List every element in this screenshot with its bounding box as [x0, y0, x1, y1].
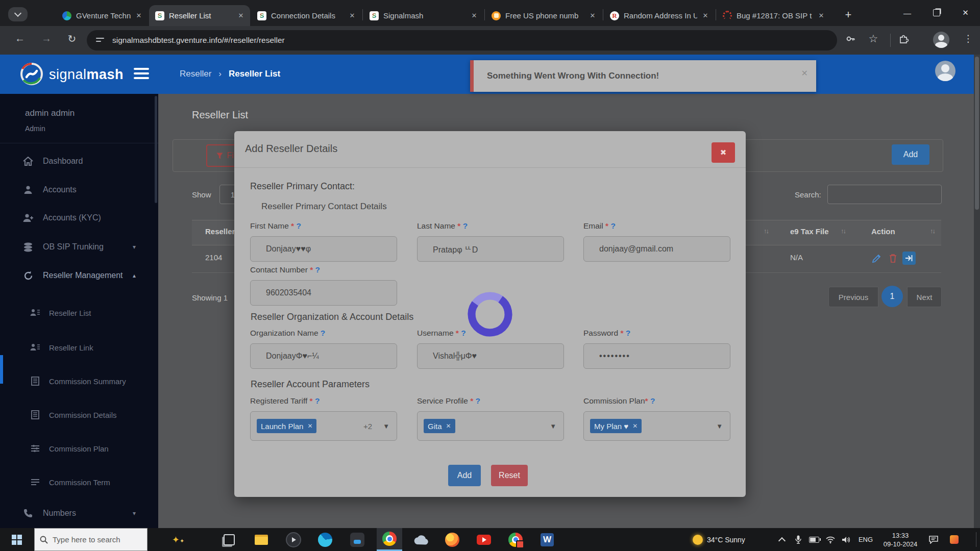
commission-chip[interactable]: My Plan ♥✕ — [590, 419, 642, 433]
delete-trash-icon[interactable] — [886, 252, 899, 265]
help-icon[interactable]: ? — [321, 329, 325, 337]
sort-icon[interactable]: ↑↓ — [930, 227, 935, 235]
tab-free-us-phone[interactable]: Free US phone numb ✕ — [485, 5, 602, 26]
help-icon[interactable]: ? — [626, 329, 630, 337]
service-chip[interactable]: Gita✕ — [424, 419, 455, 433]
tab-connection-details[interactable]: S Connection Details ✕ — [251, 5, 361, 26]
service-profile-select[interactable]: Gita✕ ▼ — [417, 411, 564, 441]
bookmark-star-icon[interactable]: ☆ — [866, 33, 881, 45]
taskbar-search-box[interactable]: Type here to search — [34, 528, 148, 551]
modal-close-button[interactable]: ✖ — [712, 142, 735, 163]
weather-text[interactable]: 34°C Sunny — [707, 528, 763, 551]
chip-remove-icon[interactable]: ✕ — [307, 422, 312, 430]
clock[interactable]: 13:3309-10-2024 — [879, 528, 922, 551]
tray-volume-icon[interactable] — [839, 528, 854, 551]
address-bar[interactable]: signalmashdbtest.gventure.info/#/reselle… — [87, 30, 837, 51]
sidebar-item-accounts[interactable]: Accounts — [0, 179, 158, 201]
column-header[interactable]: Action — [871, 227, 895, 236]
sidebar-item-ob-sip-trunking[interactable]: OB SIP Trunking ▾ — [0, 236, 158, 258]
password-key-icon[interactable] — [843, 34, 859, 46]
chip-remove-icon[interactable]: ✕ — [632, 422, 638, 430]
taskbar-chrome-active[interactable] — [377, 528, 402, 551]
tray-app-icon[interactable] — [945, 528, 963, 551]
sidebar-item-commission-plan[interactable]: Commission Plan — [0, 437, 158, 460]
taskbar-edge[interactable] — [313, 528, 337, 551]
user-avatar[interactable] — [935, 61, 955, 81]
sidebar-item-numbers[interactable]: Numbers ▾ — [0, 502, 158, 524]
tab-close-icon[interactable]: ✕ — [236, 11, 246, 21]
organization-name-input[interactable] — [250, 343, 397, 369]
commission-plan-select[interactable]: My Plan ♥✕ ▼ — [583, 411, 730, 441]
show-desktop-divider[interactable] — [976, 532, 976, 547]
browser-menu-icon[interactable]: ⋮ — [961, 33, 976, 44]
breadcrumb-parent[interactable]: Reseller — [180, 69, 211, 79]
taskbar-file-explorer[interactable] — [249, 528, 274, 551]
tab-close-icon[interactable]: ✕ — [816, 11, 826, 21]
site-settings-icon[interactable] — [96, 37, 105, 44]
contact-number-input[interactable] — [250, 280, 397, 306]
tray-mic-icon[interactable] — [791, 528, 805, 551]
sidebar-item-reseller-link[interactable]: Reseller Link — [0, 336, 158, 359]
table-search-input[interactable] — [827, 185, 942, 204]
taskbar-widgets-button[interactable]: ✦✦ — [166, 528, 190, 551]
taskbar-media-player[interactable] — [281, 528, 306, 551]
sidebar-item-accounts-kyc[interactable]: Accounts (KYC) — [0, 207, 158, 229]
taskbar-chrome-profile2[interactable] — [503, 528, 528, 551]
page-scrollbar[interactable] — [974, 55, 980, 528]
task-view-button[interactable] — [217, 528, 241, 551]
tab-bug-12817[interactable]: Bug #12817: OB SIP t ✕ — [717, 5, 830, 26]
taskbar-onedrive[interactable] — [408, 528, 433, 551]
window-restore-button[interactable] — [922, 0, 951, 26]
sidebar-item-reseller-management[interactable]: Reseller Management ▴ — [0, 264, 158, 287]
forward-button[interactable]: → — [39, 33, 54, 44]
help-icon[interactable]: ? — [315, 265, 320, 274]
sidebar-item-reseller-list[interactable]: Reseller List — [0, 302, 158, 324]
language-indicator[interactable]: ENG — [855, 528, 876, 551]
new-tab-button[interactable]: + — [840, 7, 857, 23]
column-header[interactable]: e9 Tax File — [790, 227, 829, 236]
last-name-input[interactable] — [417, 236, 564, 262]
tab-close-icon[interactable]: ✕ — [134, 11, 144, 21]
help-icon[interactable]: ? — [463, 221, 468, 230]
taskbar-camera-app[interactable] — [345, 528, 370, 551]
sidebar-item-commission-summary[interactable]: Commission Summary — [0, 370, 158, 392]
tray-battery-icon[interactable] — [806, 528, 822, 551]
reload-button[interactable]: ↻ — [64, 33, 80, 45]
window-close-button[interactable]: ✕ — [951, 0, 980, 26]
profile-avatar[interactable] — [933, 32, 949, 48]
modal-add-button[interactable]: Add — [448, 465, 481, 486]
tab-gventure[interactable]: GVenture Technology ✕ — [56, 5, 148, 26]
taskbar-firefox[interactable] — [440, 528, 464, 551]
tab-close-icon[interactable]: ✕ — [347, 11, 357, 21]
extensions-icon[interactable] — [896, 34, 912, 46]
pagination-next-button[interactable]: Next — [907, 287, 942, 307]
help-icon[interactable]: ? — [476, 396, 480, 405]
chip-remove-icon[interactable]: ✕ — [446, 422, 451, 430]
sort-icon[interactable]: ↑↓ — [764, 227, 768, 235]
tab-reseller-list[interactable]: S Reseller List ✕ — [149, 5, 250, 26]
sidebar-item-commission-term[interactable]: Commission Term — [0, 471, 158, 493]
first-name-input[interactable] — [250, 236, 397, 262]
start-button[interactable] — [5, 528, 28, 551]
help-icon[interactable]: ? — [315, 396, 320, 405]
page-add-button[interactable]: Add — [892, 144, 929, 165]
action-center-button[interactable] — [925, 528, 942, 551]
pagination-page-1[interactable]: 1 — [881, 286, 903, 307]
tab-search-button[interactable] — [8, 7, 28, 21]
tab-close-icon[interactable]: ✕ — [469, 11, 479, 21]
login-as-icon[interactable] — [902, 252, 916, 265]
tab-close-icon[interactable]: ✕ — [587, 11, 598, 21]
pagination-previous-button[interactable]: Previous — [828, 287, 878, 307]
help-icon[interactable]: ? — [610, 221, 615, 230]
taskbar-youtube[interactable] — [472, 528, 496, 551]
sort-icon[interactable]: ↑↓ — [841, 227, 845, 235]
registered-tariff-select[interactable]: Launch Plan✕ +2 ▼ — [250, 411, 397, 441]
help-icon[interactable]: ? — [296, 221, 301, 230]
taskbar-word[interactable]: W — [535, 528, 559, 551]
edit-icon[interactable] — [870, 252, 883, 265]
modal-reset-button[interactable]: Reset — [491, 465, 528, 486]
tab-close-icon[interactable]: ✕ — [700, 11, 710, 21]
sidebar-item-commission-details[interactable]: Commission Details — [0, 404, 158, 426]
hamburger-menu-icon[interactable] — [134, 68, 149, 82]
help-icon[interactable]: ? — [650, 396, 655, 405]
